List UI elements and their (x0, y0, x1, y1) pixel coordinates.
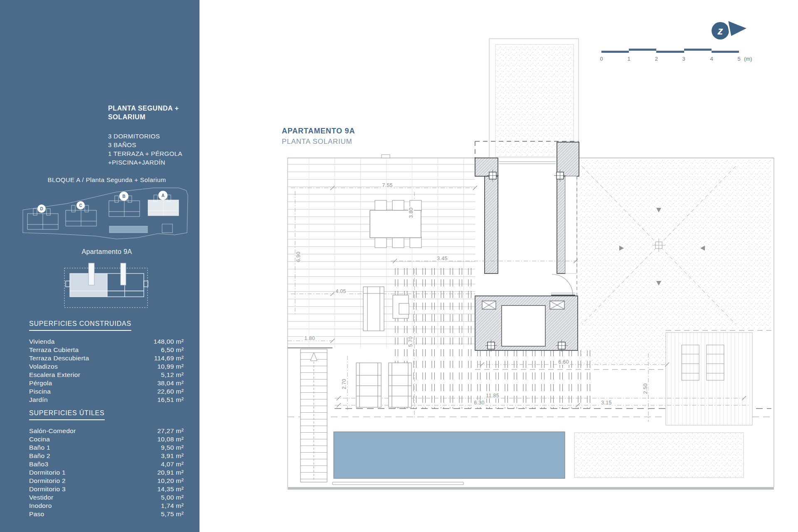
surfaces-built-table: SUPERFICIES CONSTRUIDAS Vivienda148,00 m… (29, 320, 184, 404)
unit-diagram (58, 260, 154, 312)
dim-label: 3.45 (436, 256, 448, 261)
table-row: Vestidor5,00 m² (29, 493, 184, 502)
table-row: Inodoro1,74 m² (29, 502, 184, 510)
table-row: Voladizos10,99 m² (29, 362, 184, 371)
scale-tick: 5 (737, 56, 740, 62)
solarium-deck (666, 332, 752, 425)
scale-tick: 1 (627, 56, 630, 62)
page-subtitle: PLANTA SOLARIUM (282, 138, 352, 146)
scale-tick: 2 (655, 56, 658, 62)
table-row: Dormitorio 314,35 m² (29, 485, 184, 493)
block-a-badge: A (161, 193, 164, 198)
pool (334, 432, 565, 478)
scale-bar-segments (601, 49, 739, 53)
apartment-label: Apartamento 9A (17, 248, 197, 256)
page-title: APARTAMENTO 9A (282, 127, 355, 135)
siteplan-annex (162, 224, 172, 233)
feature-list: 3 DORMITORIOS 3 BAÑOS 1 TERRAZA + PÉRGOL… (108, 132, 182, 167)
block-c-badge: C (79, 203, 82, 208)
table-row: Dormitorio 210,20 m² (29, 477, 184, 485)
table-row: Terraza Descubierta114,69 m² (29, 354, 184, 362)
surfaces-usable-table: SUPERFICIES ÚTILES Salón-Comedor27,27 m²… (29, 409, 184, 518)
dim-label: 4.05 (335, 288, 347, 294)
table-row: Jardín16,51 m² (29, 396, 184, 404)
svg-text:z: z (717, 25, 723, 37)
logo-flag-icon (727, 20, 748, 37)
scale-tick: 0 (600, 56, 603, 62)
table-row: Vivienda148,00 m² (29, 337, 184, 346)
table-row: Salón-Comedor27,27 m² (29, 427, 184, 435)
surfaces-usable-title: SUPERFICIES ÚTILES (29, 409, 105, 420)
heading-line1: PLANTA SEGUNDA + (108, 104, 179, 113)
scale-bar: 0 1 2 3 4 5 (m) (601, 47, 745, 66)
stair-tower (489, 39, 579, 158)
feature-item: 3 DORMITORIOS (108, 132, 182, 140)
siteplan-pool (109, 226, 148, 233)
dim-label: 3.80 (408, 207, 414, 219)
dim-label: 1.80 (303, 335, 316, 341)
scale-tick: 4 (710, 56, 713, 62)
core-walls (475, 141, 579, 352)
skylight-void (502, 305, 545, 346)
table-row: Terraza Cubierta6,50 m² (29, 346, 184, 354)
table-row: Dormitorio 120,91 m² (29, 468, 184, 477)
surfaces-built-title: SUPERFICIES CONSTRUIDAS (29, 320, 131, 331)
plan-level-heading: PLANTA SEGUNDA + SOLARIUM (108, 104, 179, 121)
table-row: Escalera Exterior5,12 m² (29, 371, 184, 379)
dim-label: 11.85 (485, 393, 500, 399)
table-row: Paso5,75 m² (29, 510, 184, 518)
feature-item: +PISCINA+JARDÍN (108, 158, 182, 167)
scale-unit: (m) (744, 56, 752, 62)
scale-tick: 3 (682, 56, 685, 62)
feature-item: 3 BAÑOS (108, 140, 182, 149)
table-row: Pérgola38,04 m² (29, 379, 184, 387)
sidebar: PLANTA SEGUNDA + SOLARIUM 3 DORMITORIOS … (0, 0, 200, 532)
page: PLANTA SEGUNDA + SOLARIUM 3 DORMITORIOS … (0, 0, 798, 532)
table-row: Cocina10,08 m² (29, 435, 184, 443)
dim-label: 3.15 (600, 400, 613, 406)
dim-label: 6.90 (296, 251, 301, 263)
table-row: Baño 19,50 m² (29, 443, 184, 452)
exterior-stair (300, 349, 327, 482)
dim-label: 6.30 (473, 400, 485, 406)
table-row: Baño34,07 m² (29, 460, 184, 468)
dim-label: 6.60 (557, 359, 570, 365)
site-edge (288, 487, 774, 490)
siteplan-minimap: D C B A (0, 183, 200, 245)
table-row: Baño 23,91 m² (29, 452, 184, 460)
block-d-badge: D (40, 207, 43, 211)
garden (574, 433, 744, 478)
brand-logo: z (707, 17, 752, 42)
dim-label: 2.70 (341, 378, 347, 390)
dim-label: 7.55 (381, 182, 394, 188)
dim-label: 5.70 (408, 335, 414, 348)
table-row: Piscina22,60 m² (29, 387, 184, 396)
block-b-badge: B (122, 194, 125, 199)
block-label: BLOQUE A / Planta Segunda + Solarium (17, 176, 197, 183)
dim-label: 2.50 (643, 382, 648, 395)
heading-line2: SOLARIUM (108, 113, 179, 121)
feature-item: 1 TERRAZA + PÉRGOLA (108, 149, 182, 158)
